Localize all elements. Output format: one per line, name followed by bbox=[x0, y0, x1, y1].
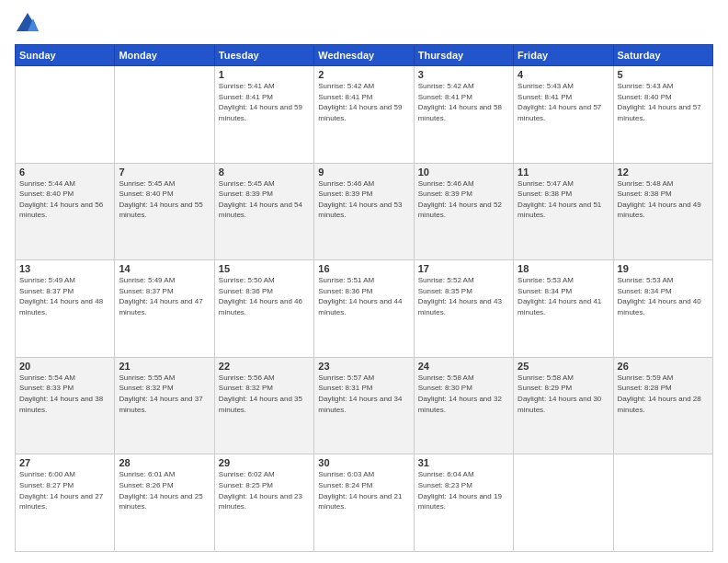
day-number: 22 bbox=[219, 361, 310, 372]
day-number: 8 bbox=[219, 167, 310, 178]
calendar-cell: 25Sunrise: 5:58 AMSunset: 8:29 PMDayligh… bbox=[514, 357, 613, 454]
calendar-cell: 14Sunrise: 5:49 AMSunset: 8:37 PMDayligh… bbox=[115, 260, 214, 358]
day-info: Sunrise: 6:03 AMSunset: 8:24 PMDaylight:… bbox=[318, 469, 409, 511]
day-info: Sunrise: 5:49 AMSunset: 8:37 PMDaylight:… bbox=[19, 275, 110, 317]
day-info: Sunrise: 5:58 AMSunset: 8:29 PMDaylight:… bbox=[518, 373, 609, 415]
calendar-cell bbox=[115, 66, 214, 164]
day-number: 4 bbox=[518, 69, 609, 80]
day-number: 26 bbox=[618, 361, 709, 372]
day-number: 17 bbox=[418, 263, 509, 274]
calendar-cell: 28Sunrise: 6:01 AMSunset: 8:26 PMDayligh… bbox=[115, 454, 214, 552]
weekday-header-thursday: Thursday bbox=[414, 45, 513, 66]
calendar-cell: 1Sunrise: 5:41 AMSunset: 8:41 PMDaylight… bbox=[214, 66, 313, 164]
day-number: 12 bbox=[618, 167, 709, 178]
day-info: Sunrise: 5:45 AMSunset: 8:39 PMDaylight:… bbox=[219, 178, 310, 221]
calendar-cell bbox=[514, 454, 613, 552]
day-number: 5 bbox=[618, 69, 709, 80]
day-number: 10 bbox=[418, 167, 509, 178]
day-info: Sunrise: 5:43 AMSunset: 8:40 PMDaylight:… bbox=[618, 81, 709, 123]
day-info: Sunrise: 5:59 AMSunset: 8:28 PMDaylight:… bbox=[618, 373, 709, 415]
calendar-cell: 2Sunrise: 5:42 AMSunset: 8:41 PMDaylight… bbox=[314, 66, 414, 164]
day-number: 27 bbox=[19, 457, 110, 468]
day-number: 21 bbox=[119, 361, 210, 372]
calendar-cell: 12Sunrise: 5:48 AMSunset: 8:38 PMDayligh… bbox=[613, 163, 712, 260]
calendar-cell: 13Sunrise: 5:49 AMSunset: 8:37 PMDayligh… bbox=[16, 260, 115, 358]
day-info: Sunrise: 5:58 AMSunset: 8:30 PMDaylight:… bbox=[418, 373, 509, 415]
day-info: Sunrise: 5:47 AMSunset: 8:38 PMDaylight:… bbox=[518, 178, 609, 221]
day-info: Sunrise: 5:52 AMSunset: 8:35 PMDaylight:… bbox=[418, 275, 509, 317]
calendar-cell: 8Sunrise: 5:45 AMSunset: 8:39 PMDaylight… bbox=[214, 163, 313, 260]
day-info: Sunrise: 5:41 AMSunset: 8:41 PMDaylight:… bbox=[219, 81, 310, 123]
calendar-cell: 11Sunrise: 5:47 AMSunset: 8:38 PMDayligh… bbox=[514, 163, 613, 260]
calendar-cell: 19Sunrise: 5:53 AMSunset: 8:34 PMDayligh… bbox=[613, 260, 712, 358]
day-number: 7 bbox=[119, 167, 210, 178]
calendar-cell: 27Sunrise: 6:00 AMSunset: 8:27 PMDayligh… bbox=[16, 454, 115, 552]
day-info: Sunrise: 5:51 AMSunset: 8:36 PMDaylight:… bbox=[318, 275, 409, 317]
day-number: 29 bbox=[219, 457, 310, 468]
day-number: 28 bbox=[119, 457, 210, 468]
day-info: Sunrise: 5:43 AMSunset: 8:41 PMDaylight:… bbox=[518, 81, 609, 123]
day-info: Sunrise: 5:50 AMSunset: 8:36 PMDaylight:… bbox=[219, 275, 310, 317]
day-info: Sunrise: 6:02 AMSunset: 8:25 PMDaylight:… bbox=[219, 469, 310, 511]
day-number: 15 bbox=[219, 263, 310, 274]
day-number: 25 bbox=[518, 361, 609, 372]
calendar-cell: 26Sunrise: 5:59 AMSunset: 8:28 PMDayligh… bbox=[613, 357, 712, 454]
day-info: Sunrise: 5:57 AMSunset: 8:31 PMDaylight:… bbox=[318, 373, 409, 415]
calendar-cell bbox=[613, 454, 712, 552]
calendar-cell: 15Sunrise: 5:50 AMSunset: 8:36 PMDayligh… bbox=[214, 260, 313, 358]
weekday-header-sunday: Sunday bbox=[16, 45, 115, 66]
logo bbox=[15, 11, 44, 37]
calendar-cell: 30Sunrise: 6:03 AMSunset: 8:24 PMDayligh… bbox=[314, 454, 414, 552]
day-number: 18 bbox=[518, 263, 609, 274]
day-info: Sunrise: 5:42 AMSunset: 8:41 PMDaylight:… bbox=[418, 81, 509, 123]
calendar-cell: 18Sunrise: 5:53 AMSunset: 8:34 PMDayligh… bbox=[514, 260, 613, 358]
day-info: Sunrise: 5:53 AMSunset: 8:34 PMDaylight:… bbox=[618, 275, 709, 317]
day-number: 30 bbox=[318, 457, 409, 468]
day-number: 6 bbox=[19, 167, 110, 178]
weekday-header-monday: Monday bbox=[115, 45, 214, 66]
day-info: Sunrise: 5:54 AMSunset: 8:33 PMDaylight:… bbox=[19, 373, 110, 415]
calendar-cell: 10Sunrise: 5:46 AMSunset: 8:39 PMDayligh… bbox=[414, 163, 513, 260]
weekday-header-friday: Friday bbox=[514, 45, 613, 66]
calendar-cell: 3Sunrise: 5:42 AMSunset: 8:41 PMDaylight… bbox=[414, 66, 513, 164]
calendar-cell: 23Sunrise: 5:57 AMSunset: 8:31 PMDayligh… bbox=[314, 357, 414, 454]
calendar-cell: 31Sunrise: 6:04 AMSunset: 8:23 PMDayligh… bbox=[414, 454, 513, 552]
day-number: 3 bbox=[418, 69, 509, 80]
day-info: Sunrise: 5:45 AMSunset: 8:40 PMDaylight:… bbox=[119, 178, 210, 221]
day-info: Sunrise: 5:46 AMSunset: 8:39 PMDaylight:… bbox=[418, 178, 509, 221]
day-number: 23 bbox=[318, 361, 409, 372]
day-number: 20 bbox=[19, 361, 110, 372]
calendar-table: SundayMondayTuesdayWednesdayThursdayFrid… bbox=[15, 44, 713, 552]
day-info: Sunrise: 5:48 AMSunset: 8:38 PMDaylight:… bbox=[618, 178, 709, 221]
calendar-cell: 21Sunrise: 5:55 AMSunset: 8:32 PMDayligh… bbox=[115, 357, 214, 454]
day-info: Sunrise: 5:53 AMSunset: 8:34 PMDaylight:… bbox=[518, 275, 609, 317]
weekday-header-saturday: Saturday bbox=[613, 45, 712, 66]
day-info: Sunrise: 6:01 AMSunset: 8:26 PMDaylight:… bbox=[119, 469, 210, 511]
day-info: Sunrise: 6:04 AMSunset: 8:23 PMDaylight:… bbox=[418, 469, 509, 511]
page: SundayMondayTuesdayWednesdayThursdayFrid… bbox=[0, 0, 728, 563]
calendar-cell: 29Sunrise: 6:02 AMSunset: 8:25 PMDayligh… bbox=[214, 454, 313, 552]
day-info: Sunrise: 5:44 AMSunset: 8:40 PMDaylight:… bbox=[19, 178, 110, 221]
day-info: Sunrise: 5:56 AMSunset: 8:32 PMDaylight:… bbox=[219, 373, 310, 415]
calendar-cell: 4Sunrise: 5:43 AMSunset: 8:41 PMDaylight… bbox=[514, 66, 613, 164]
day-info: Sunrise: 6:00 AMSunset: 8:27 PMDaylight:… bbox=[19, 469, 110, 511]
day-info: Sunrise: 5:42 AMSunset: 8:41 PMDaylight:… bbox=[318, 81, 409, 123]
day-number: 2 bbox=[318, 69, 409, 80]
day-number: 1 bbox=[219, 69, 310, 80]
day-number: 9 bbox=[318, 167, 409, 178]
calendar-cell: 24Sunrise: 5:58 AMSunset: 8:30 PMDayligh… bbox=[414, 357, 513, 454]
logo-icon bbox=[15, 11, 40, 37]
day-number: 14 bbox=[119, 263, 210, 274]
day-number: 11 bbox=[518, 167, 609, 178]
calendar-cell: 22Sunrise: 5:56 AMSunset: 8:32 PMDayligh… bbox=[214, 357, 313, 454]
day-number: 31 bbox=[418, 457, 509, 468]
day-info: Sunrise: 5:46 AMSunset: 8:39 PMDaylight:… bbox=[318, 178, 409, 221]
header bbox=[15, 11, 713, 37]
day-info: Sunrise: 5:49 AMSunset: 8:37 PMDaylight:… bbox=[119, 275, 210, 317]
calendar-cell: 5Sunrise: 5:43 AMSunset: 8:40 PMDaylight… bbox=[613, 66, 712, 164]
calendar-cell: 20Sunrise: 5:54 AMSunset: 8:33 PMDayligh… bbox=[16, 357, 115, 454]
calendar-cell: 7Sunrise: 5:45 AMSunset: 8:40 PMDaylight… bbox=[115, 163, 214, 260]
weekday-header-wednesday: Wednesday bbox=[314, 45, 414, 66]
day-number: 16 bbox=[318, 263, 409, 274]
calendar-cell: 9Sunrise: 5:46 AMSunset: 8:39 PMDaylight… bbox=[314, 163, 414, 260]
